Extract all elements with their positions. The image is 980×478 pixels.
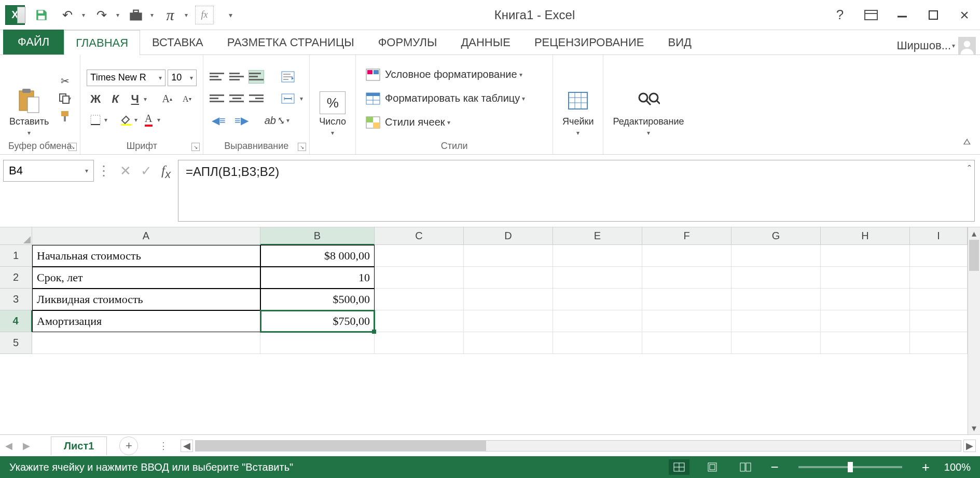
zoom-in-button[interactable]: + [920,459,932,475]
cell-B2[interactable]: 10 [260,267,375,289]
dropdown-arrow-icon[interactable]: ▾ [150,11,154,19]
insert-function-icon[interactable]: fx [195,6,214,24]
orientation-button[interactable]: ab⤡ [266,113,283,128]
name-box[interactable]: B4▾ [3,160,94,182]
underline-button[interactable]: Ч [126,91,144,107]
cell-F3[interactable] [642,289,731,310]
scroll-up-icon[interactable]: ▴ [968,227,980,240]
horizontal-scrollbar[interactable] [195,440,961,452]
cell-D3[interactable] [464,289,553,310]
fill-color-button[interactable] [117,112,134,128]
excel-icon[interactable]: X [5,5,25,25]
bold-button[interactable]: Ж [87,91,104,107]
cell-I1[interactable] [910,245,968,267]
borders-button[interactable] [87,112,104,128]
cell-C4[interactable] [375,310,464,332]
font-name-combo[interactable]: Times New R▾ [87,70,165,86]
qat-customize-icon[interactable]: ▾ [221,6,240,24]
ribbon-display-button[interactable] [861,5,881,25]
row-header[interactable]: 5 [0,332,32,354]
cell-H2[interactable] [821,267,910,289]
number-format-button[interactable]: % Число ▾ [316,58,349,139]
row-header[interactable]: 3 [0,289,32,310]
cell-D4[interactable] [464,310,553,332]
row-header[interactable]: 2 [0,267,32,289]
font-color-button[interactable]: A [140,112,157,128]
account-name[interactable]: Ширшов... [896,39,951,52]
formula-input[interactable]: =АПЛ(B1;B3;B2) ˆ [178,160,975,222]
cell-H5[interactable] [821,332,910,354]
dropdown-arrow-icon[interactable]: ▾ [286,117,289,124]
fx-more-icon[interactable]: ⋮ [97,163,111,179]
align-middle-button[interactable] [229,71,244,83]
cell-F1[interactable] [642,245,731,267]
tab-formulas[interactable]: ФОРМУЛЫ [366,30,449,54]
dropdown-arrow-icon[interactable]: ▾ [157,116,160,124]
cell-A1[interactable]: Начальная стоимость [32,245,260,267]
sheet-nav-prev[interactable]: ◀ [0,440,18,452]
close-button[interactable]: × [954,5,975,25]
increase-indent-button[interactable]: ≡▶ [232,113,250,128]
col-header-F[interactable]: F [642,227,731,245]
tab-home[interactable]: ГЛАВНАЯ [64,30,140,55]
tab-page-layout[interactable]: РАЗМЕТКА СТРАНИЦЫ [215,30,366,54]
dialog-launcher-icon[interactable]: ↘ [68,143,77,151]
cell-A2[interactable]: Срок, лет [32,267,260,289]
tab-data[interactable]: ДАННЫЕ [449,30,522,54]
cell-E5[interactable] [553,332,642,354]
cell-F2[interactable] [642,267,731,289]
view-page-layout-button[interactable] [702,459,723,475]
scroll-down-icon[interactable]: ▾ [968,422,980,434]
cell-H3[interactable] [821,289,910,310]
cell-B1[interactable]: $8 000,00 [260,245,375,267]
paste-button[interactable]: Вставить ▾ [6,58,52,139]
add-sheet-button[interactable]: + [119,436,138,455]
cell-A3[interactable]: Ликвидная стоимость [32,289,260,310]
align-left-button[interactable] [210,92,224,105]
view-page-break-button[interactable] [735,459,756,475]
cell-G4[interactable] [731,310,821,332]
format-painter-button[interactable] [56,108,74,124]
cell-F5[interactable] [642,332,731,354]
cell-C1[interactable] [375,245,464,267]
dropdown-arrow-icon[interactable]: ▾ [185,11,188,19]
dropdown-arrow-icon[interactable]: ▾ [116,11,119,19]
dialog-launcher-icon[interactable]: ↘ [298,143,306,151]
user-avatar[interactable] [958,37,976,54]
undo-button[interactable]: ↶ [58,6,77,24]
cell-E3[interactable] [553,289,642,310]
cell-I5[interactable] [910,332,968,354]
cells-button[interactable]: Ячейки▾ [559,58,597,139]
align-center-button[interactable] [229,92,244,105]
conditional-formatting-button[interactable]: Условное форматирование▾ [362,63,546,86]
scroll-thumb[interactable] [196,441,486,451]
view-normal-button[interactable] [669,459,689,475]
expand-formula-bar-icon[interactable]: ˆ [968,163,971,175]
dropdown-arrow-icon[interactable]: ▾ [300,95,303,102]
col-header-D[interactable]: D [464,227,553,245]
minimize-button[interactable] [892,5,913,25]
dropdown-arrow-icon[interactable]: ▾ [134,116,137,124]
row-header[interactable]: 4 [0,310,32,332]
cell-G2[interactable] [731,267,821,289]
cell-G5[interactable] [731,332,821,354]
cell-D5[interactable] [464,332,553,354]
equation-icon[interactable]: π [161,6,180,24]
cell-C5[interactable] [375,332,464,354]
italic-button[interactable]: К [106,91,124,107]
align-right-button[interactable] [249,92,264,105]
cell-C2[interactable] [375,267,464,289]
cell-A5[interactable] [32,332,260,354]
col-header-A[interactable]: A [32,227,260,245]
scroll-thumb[interactable] [969,240,979,271]
row-header[interactable]: 1 [0,245,32,267]
cancel-icon[interactable]: ✕ [120,163,131,179]
cell-H4[interactable] [821,310,910,332]
col-header-H[interactable]: H [821,227,910,245]
cell-D2[interactable] [464,267,553,289]
scroll-right-icon[interactable]: ▶ [963,440,976,452]
cell-E4[interactable] [553,310,642,332]
cell-E2[interactable] [553,267,642,289]
maximize-button[interactable] [923,5,944,25]
cell-D1[interactable] [464,245,553,267]
